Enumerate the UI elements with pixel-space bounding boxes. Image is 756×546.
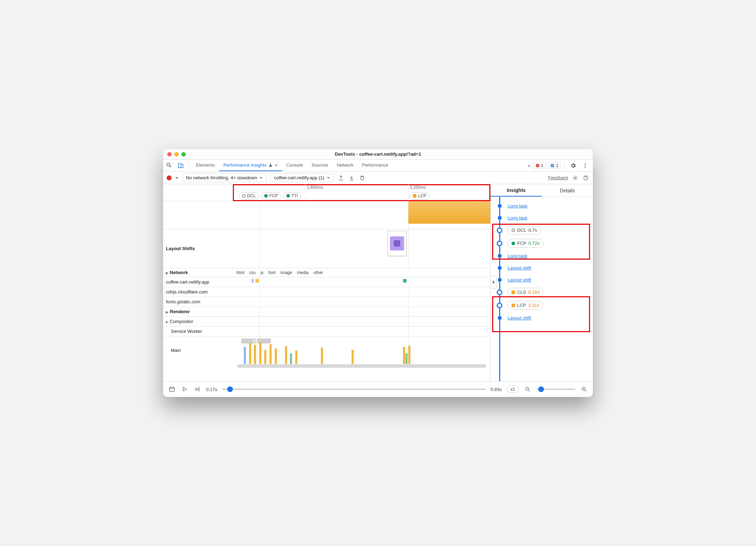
tab-elements[interactable]: Elements bbox=[192, 160, 219, 171]
insight-layout-shift[interactable]: Layout shift bbox=[491, 274, 593, 286]
devtools-tabstrip: Elements Performance insights × Console … bbox=[163, 160, 593, 172]
panel-toolbar: No network throttling, 4× slowdown coffe… bbox=[163, 172, 593, 184]
window-title: DevTools - coffee-cart.netlify.app/?ad=1 bbox=[163, 151, 593, 157]
svg-point-9 bbox=[585, 165, 586, 166]
skip-to-start-icon[interactable] bbox=[193, 386, 201, 393]
close-tab-icon[interactable]: × bbox=[275, 162, 278, 168]
playback-scrubber: 0.17s 5.93s x1 bbox=[163, 381, 593, 397]
network-section-header: ▸Network html css js font image media ot… bbox=[163, 268, 490, 277]
time-ruler[interactable]: 1,600ms 3,200ms DCL FCP TTI LCP bbox=[163, 184, 490, 201]
svg-rect-13 bbox=[169, 387, 174, 391]
zoom-window-button[interactable] bbox=[181, 152, 186, 156]
layout-shift-thumbnail[interactable] bbox=[388, 231, 407, 256]
inspect-element-icon[interactable] bbox=[165, 161, 174, 170]
insight-long-task[interactable]: Long task bbox=[491, 212, 593, 224]
tabs-overflow-icon[interactable]: » bbox=[528, 162, 531, 168]
svg-rect-7 bbox=[551, 166, 553, 166]
svg-rect-6 bbox=[551, 165, 553, 166]
disclosure-triangle-icon[interactable]: ▸ bbox=[166, 309, 168, 315]
device-toolbar-icon[interactable] bbox=[176, 161, 186, 170]
issues-count-badge[interactable]: 1 bbox=[548, 162, 561, 169]
scrub-slider[interactable] bbox=[222, 389, 486, 390]
issues-icon bbox=[550, 163, 554, 168]
insights-timeline: Long task Long task DCL 0.7s FCP 0.72s L… bbox=[491, 197, 593, 381]
titlebar: DevTools - coffee-cart.netlify.app/?ad=1 bbox=[163, 149, 593, 160]
network-origin-row[interactable]: fonts.gstatic.com bbox=[163, 297, 490, 307]
tab-performance-insights[interactable]: Performance insights × bbox=[219, 160, 282, 171]
horizontal-scrollbar[interactable] bbox=[237, 364, 486, 368]
insight-lcp[interactable]: LCP 3.31s bbox=[491, 299, 593, 312]
scrub-end-time: 5.93s bbox=[491, 387, 502, 392]
marker-lcp-pill[interactable]: LCP bbox=[410, 192, 429, 199]
zoom-in-icon[interactable] bbox=[580, 386, 588, 393]
minimize-window-button[interactable] bbox=[174, 152, 179, 156]
insight-dcl[interactable]: DCL 0.7s bbox=[491, 224, 593, 237]
svg-point-11 bbox=[575, 177, 576, 179]
zoom-slider[interactable] bbox=[537, 389, 575, 390]
playback-speed-button[interactable]: x1 bbox=[507, 386, 519, 393]
insights-tabs: Insights Details bbox=[491, 184, 593, 197]
svg-point-10 bbox=[585, 167, 586, 168]
more-menu-icon[interactable] bbox=[580, 161, 590, 170]
panel-tabs: Elements Performance insights × Console … bbox=[192, 160, 392, 171]
timeline-pane: 1,600ms 3,200ms DCL FCP TTI LCP bbox=[163, 184, 491, 381]
main-split: 1,600ms 3,200ms DCL FCP TTI LCP bbox=[163, 184, 593, 381]
toggle-console-icon[interactable] bbox=[168, 386, 176, 393]
network-origin-row[interactable]: coffee-cart.netlify.app bbox=[163, 277, 490, 287]
record-button[interactable] bbox=[167, 175, 172, 180]
insight-long-task[interactable]: Long task bbox=[491, 200, 593, 212]
chevron-down-icon bbox=[327, 176, 330, 180]
zoom-out-icon[interactable] bbox=[524, 386, 532, 393]
throttling-select[interactable]: No network throttling, 4× slowdown bbox=[182, 173, 267, 182]
main-thread-row[interactable]: Main ... bbox=[163, 336, 490, 364]
insight-layout-shift[interactable]: Layout shift bbox=[491, 312, 593, 324]
play-icon[interactable] bbox=[181, 386, 188, 393]
export-icon[interactable] bbox=[337, 174, 345, 181]
tab-insights[interactable]: Insights bbox=[491, 184, 542, 197]
settings-gear-icon[interactable] bbox=[568, 161, 578, 170]
service-worker-row[interactable]: Service Worker bbox=[163, 327, 490, 336]
traffic-lights bbox=[167, 152, 186, 156]
filmstrip-frame[interactable] bbox=[408, 201, 490, 224]
disclosure-triangle-icon[interactable]: ▸ bbox=[166, 270, 168, 275]
panel-settings-gear-icon[interactable] bbox=[572, 174, 579, 181]
feedback-link[interactable]: Feedback bbox=[548, 175, 568, 180]
renderer-section-header: ▸Renderer bbox=[163, 307, 490, 317]
time-tick: 1,600ms bbox=[307, 185, 323, 190]
error-icon bbox=[535, 163, 540, 168]
compositor-row[interactable]: ▸Compositor bbox=[163, 317, 490, 327]
chevron-down-icon bbox=[259, 176, 263, 180]
tab-console[interactable]: Console bbox=[282, 160, 308, 171]
capture-select[interactable]: coffee-cart.netlify.app (1) bbox=[270, 173, 334, 182]
delete-icon[interactable] bbox=[359, 174, 366, 181]
scrub-start-time: 0.17s bbox=[206, 387, 217, 392]
marker-tti-pill[interactable]: TTI bbox=[283, 192, 301, 199]
marker-fcp-pill[interactable]: FCP bbox=[261, 192, 281, 199]
tab-sources[interactable]: Sources bbox=[307, 160, 333, 171]
help-icon[interactable] bbox=[582, 174, 589, 181]
disclosure-triangle-icon[interactable]: ▸ bbox=[166, 319, 168, 324]
insight-long-task[interactable]: Long task bbox=[491, 250, 593, 262]
time-tick: 3,200ms bbox=[410, 185, 426, 190]
error-count-badge[interactable]: 1 bbox=[533, 162, 546, 169]
record-menu-chevron-icon[interactable] bbox=[175, 176, 179, 180]
insight-fcp[interactable]: FCP 0.72s bbox=[491, 237, 593, 250]
experiment-icon bbox=[268, 163, 273, 167]
tab-details[interactable]: Details bbox=[542, 184, 593, 197]
insight-layout-shift[interactable]: Layout shift bbox=[491, 262, 593, 274]
filmstrip-row bbox=[163, 201, 490, 229]
svg-rect-2 bbox=[181, 165, 183, 168]
svg-point-8 bbox=[585, 163, 586, 164]
tab-performance[interactable]: Performance bbox=[358, 160, 392, 171]
network-origin-row[interactable]: cdnjs.cloudflare.com bbox=[163, 287, 490, 297]
layout-shifts-row: Layout Shifts bbox=[163, 229, 490, 268]
insights-pane: Insights Details Long task Long task DCL… bbox=[491, 184, 593, 381]
svg-rect-5 bbox=[551, 165, 553, 165]
close-window-button[interactable] bbox=[167, 152, 172, 156]
import-icon[interactable] bbox=[348, 174, 355, 181]
tab-network[interactable]: Network bbox=[333, 160, 358, 171]
row-label-layout-shifts: Layout Shifts bbox=[163, 229, 234, 268]
marker-dcl-pill[interactable]: DCL bbox=[239, 192, 259, 199]
devtools-window: DevTools - coffee-cart.netlify.app/?ad=1… bbox=[163, 149, 593, 397]
insight-cls[interactable]: CLS 0.193 bbox=[491, 286, 593, 299]
